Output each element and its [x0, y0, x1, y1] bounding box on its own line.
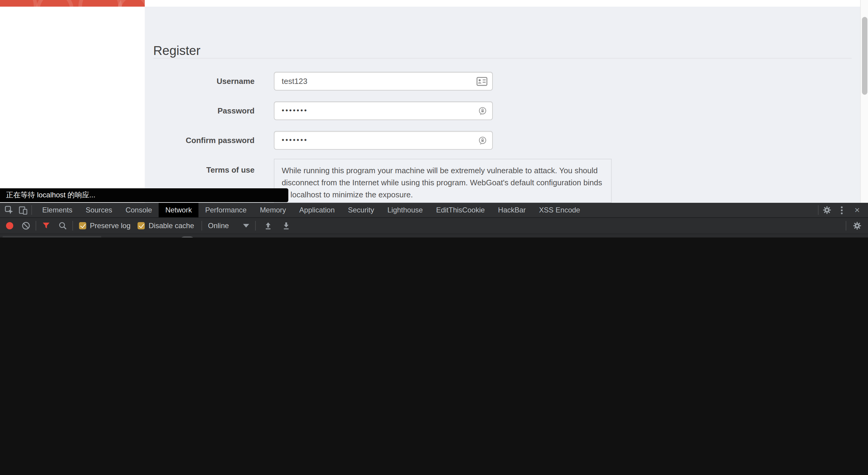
network-settings-gear-icon[interactable] [852, 221, 862, 231]
logo-swirl-decoration [118, 0, 145, 7]
tab-memory[interactable]: Memory [253, 203, 293, 217]
tab-elements[interactable]: Elements [36, 203, 79, 217]
username-row: Username test123 [145, 72, 860, 91]
tabbar-separator [31, 205, 32, 215]
toolbar-separator [36, 221, 36, 231]
toolbar-separator [72, 221, 73, 231]
tab-application[interactable]: Application [292, 203, 341, 217]
password-key-icon[interactable] [478, 136, 487, 145]
tab-xss-encode[interactable]: XSS Encode [532, 203, 587, 217]
logo-swirl-decoration [79, 0, 122, 7]
password-value: ••••••• [282, 102, 308, 119]
tab-editthiscookie[interactable]: EditThisCookie [430, 203, 491, 217]
tab-performance[interactable]: Performance [198, 203, 253, 217]
title-divider [153, 58, 852, 59]
username-label: Username [145, 72, 254, 91]
preserve-log-checkbox[interactable]: Preserve log [79, 221, 131, 230]
terms-of-use-textarea[interactable]: While running this program your machine … [274, 159, 612, 203]
toolbar-separator [846, 221, 846, 231]
browser-page: Register Username test123 Password [0, 0, 868, 203]
tab-lighthouse[interactable]: Lighthouse [381, 203, 429, 217]
devtools-close-icon[interactable]: × [852, 205, 862, 215]
inspect-element-icon[interactable] [4, 205, 14, 215]
tabbar-separator [818, 205, 818, 215]
page-scrollbar[interactable] [860, 0, 868, 203]
password-input[interactable]: ••••••• [274, 101, 493, 120]
page-title: Register [153, 43, 200, 58]
search-icon[interactable] [58, 221, 67, 231]
tab-hackbar[interactable]: HackBar [491, 203, 532, 217]
throttling-dropdown[interactable]: Online [208, 221, 249, 230]
password-label: Password [145, 101, 254, 120]
password-key-icon[interactable] [478, 106, 487, 116]
tab-network[interactable]: Network [159, 203, 198, 217]
record-network-log-icon[interactable] [6, 222, 13, 229]
filter-input[interactable]: Filter [2, 236, 101, 237]
checkbox-checked-icon[interactable] [138, 222, 145, 229]
webgoat-logo-banner [0, 0, 145, 7]
browser-status-tooltip: 正在等待 localhost 的响应... [0, 188, 288, 202]
devtools-more-options-kebab-icon[interactable] [837, 205, 846, 215]
network-toolbar: Preserve log Disable cache Online [0, 218, 868, 234]
confirm-password-input[interactable]: ••••••• [274, 131, 493, 150]
username-input[interactable]: test123 [274, 72, 493, 91]
network-filterbar: Filter Hide data URLs AllXHRJSCSSImgMedi… [0, 234, 868, 237]
page-sidebar [0, 7, 145, 203]
chevron-down-icon [243, 224, 249, 228]
username-value: test123 [282, 72, 307, 91]
logo-swirl-decoration [31, 0, 79, 7]
browser-status-text: 正在等待 localhost 的响应... [6, 188, 95, 202]
screen: Register Username test123 Password [0, 0, 868, 237]
terms-of-use-label: Terms of use [145, 166, 254, 174]
devtools-panel: ElementsSourcesConsoleNetworkPerformance… [0, 203, 868, 237]
tab-security[interactable]: Security [341, 203, 381, 217]
confirm-password-value: ••••••• [282, 131, 308, 149]
tab-console[interactable]: Console [119, 203, 159, 217]
toolbar-separator [202, 221, 202, 231]
filter-funnel-icon[interactable] [41, 221, 51, 231]
devtools-tabbar: ElementsSourcesConsoleNetworkPerformance… [0, 203, 868, 218]
logo-swirl-decoration [0, 0, 37, 7]
scrollbar-thumb[interactable] [862, 17, 867, 95]
register-page-content: Register Username test123 Password [145, 7, 860, 203]
filter-chip-all[interactable]: All [179, 236, 195, 237]
checkbox-checked-icon[interactable] [79, 222, 86, 229]
password-row: Password ••••••• [145, 101, 860, 120]
devtools-settings-gear-icon[interactable] [822, 205, 832, 215]
import-har-icon[interactable] [263, 221, 273, 231]
clear-network-log-icon[interactable] [21, 221, 31, 231]
terms-of-use-text: While running this program your machine … [282, 165, 602, 201]
contact-card-icon[interactable] [476, 77, 487, 86]
device-toolbar-icon[interactable] [18, 205, 28, 215]
confirm-password-label: Confirm password [145, 131, 254, 150]
disable-cache-checkbox[interactable]: Disable cache [138, 221, 194, 230]
tab-sources[interactable]: Sources [79, 203, 119, 217]
export-har-icon[interactable] [281, 221, 291, 231]
confirm-password-row: Confirm password ••••••• [145, 131, 860, 150]
toolbar-separator [255, 221, 256, 231]
